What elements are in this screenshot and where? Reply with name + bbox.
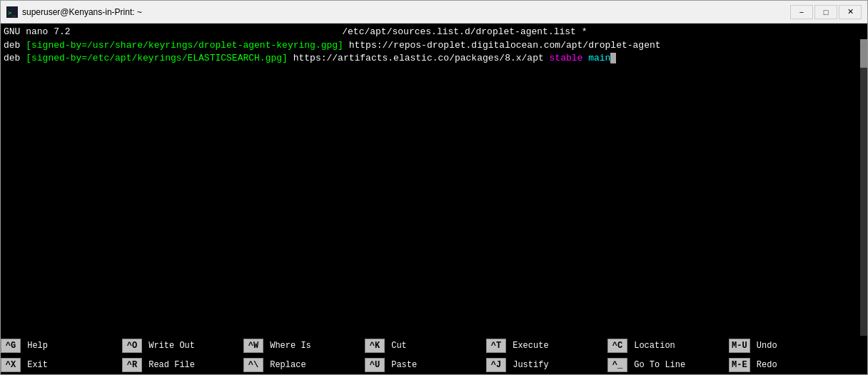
shortcut-item-row1-0[interactable]: ^G Help xyxy=(1,336,122,355)
nano-line-1: deb [signed-by=/usr/share/keyrings/dropl… xyxy=(4,39,864,52)
shortcut-label-1: Write Out xyxy=(143,341,195,351)
minimize-button[interactable]: − xyxy=(790,5,813,19)
nano-content[interactable]: deb [signed-by=/usr/share/keyrings/dropl… xyxy=(1,39,867,336)
shortcut-label-4: Justify xyxy=(508,360,549,370)
shortcut-label-0: Exit xyxy=(22,360,48,370)
shortcut-key-^C: ^C xyxy=(607,339,627,353)
shortcut-row-2: ^X Exit^R Read File^\ Replace^U Paste^J … xyxy=(1,355,867,374)
shortcut-item-row1-2[interactable]: ^W Where Is xyxy=(243,336,365,355)
shortcut-item-row2-1[interactable]: ^R Read File xyxy=(122,355,243,374)
scrollbar-thumb xyxy=(860,39,867,68)
line1-deb: deb xyxy=(4,40,26,51)
line2-stable: stable xyxy=(544,53,583,63)
line2-deb: deb xyxy=(4,53,26,63)
shortcut-label-6: Redo xyxy=(752,360,777,370)
shortcut-key-^W: ^W xyxy=(243,339,263,353)
shortcut-key-^T: ^T xyxy=(486,339,506,353)
line1-url: https://repos-droplet.digitalocean.com/a… xyxy=(343,40,661,51)
shortcut-label-4: Execute xyxy=(508,341,549,351)
shortcut-label-5: Go To Line xyxy=(629,360,685,370)
shortcut-label-3: Paste xyxy=(386,360,417,370)
nano-header-right xyxy=(859,26,864,37)
titlebar-buttons: − □ ✕ xyxy=(790,5,862,19)
shortcut-key-^R: ^R xyxy=(122,358,142,372)
shortcut-item-row1-1[interactable]: ^O Write Out xyxy=(122,336,243,355)
titlebar-title: superuser@Kenyans-in-Print: ~ xyxy=(22,7,142,17)
shortcut-key-^J: ^J xyxy=(486,358,506,372)
line1-bracket: [signed-by=/usr/share/keyrings/droplet-a… xyxy=(26,40,343,51)
line2-bracket: [signed-by=/etc/apt/keyrings/ELASTICSEAR… xyxy=(26,53,288,63)
nano-line-2: deb [signed-by=/etc/apt/keyrings/ELASTIC… xyxy=(4,52,864,65)
line2-url: https://artifacts.elastic.co/packages/8.… xyxy=(288,53,544,63)
nano-footer: ^G Help^O Write Out^W Where Is^K Cut^T E… xyxy=(1,336,867,374)
nano-header-left: GNU nano 7.2 xyxy=(4,26,71,37)
shortcut-label-6: Undo xyxy=(752,341,777,351)
window: >_ superuser@Kenyans-in-Print: ~ − □ ✕ G… xyxy=(0,0,868,375)
shortcut-item-row2-5[interactable]: ^_ Go To Line xyxy=(607,355,729,374)
shortcut-label-5: Location xyxy=(629,341,675,351)
shortcut-item-row2-6[interactable]: M-E Redo xyxy=(729,355,850,374)
shortcut-item-row2-0[interactable]: ^X Exit xyxy=(1,355,122,374)
shortcut-key-M-E: M-E xyxy=(729,358,750,372)
nano-header-center: /etc/apt/sources.list.d/droplet-agent.li… xyxy=(342,26,587,37)
shortcut-key-^O: ^O xyxy=(122,339,142,353)
terminal-icon: >_ xyxy=(6,6,18,18)
shortcut-item-row1-5[interactable]: ^C Location xyxy=(607,336,729,355)
shortcut-label-2: Where Is xyxy=(265,341,311,351)
shortcut-label-1: Read File xyxy=(143,360,195,370)
shortcut-key-^U: ^U xyxy=(365,358,385,372)
shortcut-item-row1-3[interactable]: ^K Cut xyxy=(365,336,486,355)
shortcut-item-row2-4[interactable]: ^J Justify xyxy=(486,355,607,374)
shortcut-item-row2-2[interactable]: ^\ Replace xyxy=(243,355,365,374)
shortcut-label-0: Help xyxy=(22,341,48,351)
cursor xyxy=(610,53,616,63)
shortcut-label-3: Cut xyxy=(386,341,407,351)
titlebar: >_ superuser@Kenyans-in-Print: ~ − □ ✕ xyxy=(1,1,867,24)
shortcut-item-row1-6[interactable]: M-U Undo xyxy=(729,336,850,355)
shortcut-key-^_: ^_ xyxy=(607,358,627,372)
scrollbar[interactable] xyxy=(860,39,867,336)
svg-text:>_: >_ xyxy=(8,9,16,16)
line2-main: main xyxy=(582,53,610,63)
close-button[interactable]: ✕ xyxy=(839,5,862,19)
shortcut-key-^G: ^G xyxy=(1,339,21,353)
nano-header: GNU nano 7.2 /etc/apt/sources.list.d/dro… xyxy=(1,24,867,39)
shortcut-row-1: ^G Help^O Write Out^W Where Is^K Cut^T E… xyxy=(1,336,867,355)
maximize-button[interactable]: □ xyxy=(814,5,837,19)
shortcut-key-^X: ^X xyxy=(1,358,21,372)
shortcut-item-row2-3[interactable]: ^U Paste xyxy=(365,355,486,374)
titlebar-left: >_ superuser@Kenyans-in-Print: ~ xyxy=(6,6,142,18)
terminal: GNU nano 7.2 /etc/apt/sources.list.d/dro… xyxy=(1,24,867,374)
shortcut-key-^K: ^K xyxy=(365,339,385,353)
shortcut-key-M-U: M-U xyxy=(729,339,750,353)
shortcut-label-2: Replace xyxy=(265,360,306,370)
shortcut-key-^\: ^\ xyxy=(243,358,263,372)
shortcut-item-row1-4[interactable]: ^T Execute xyxy=(486,336,607,355)
